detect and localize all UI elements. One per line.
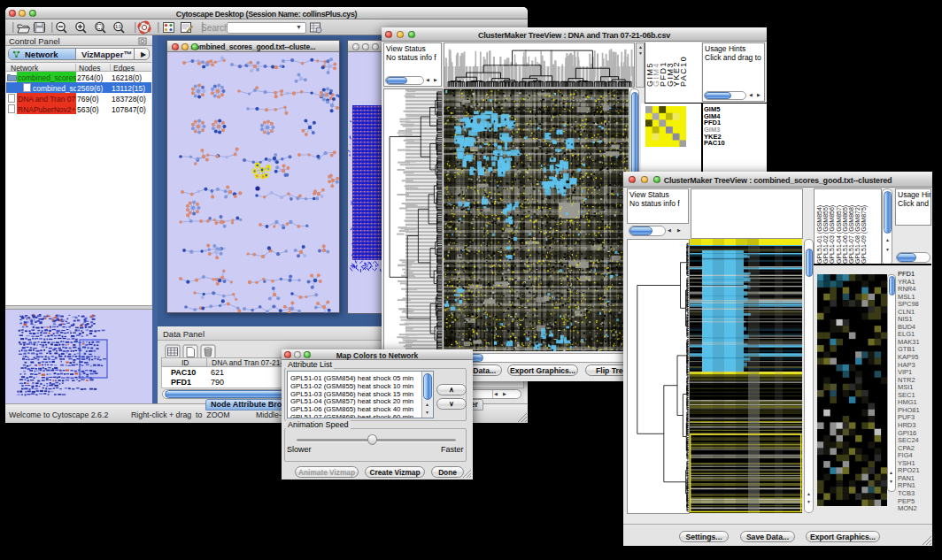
svg-text:GPL51-09 (GSM875): GPL51-09 (GSM875) (861, 205, 868, 264)
svg-text:1:1: 1:1 (115, 25, 121, 29)
svg-text:PAC10: PAC10 (679, 56, 688, 87)
